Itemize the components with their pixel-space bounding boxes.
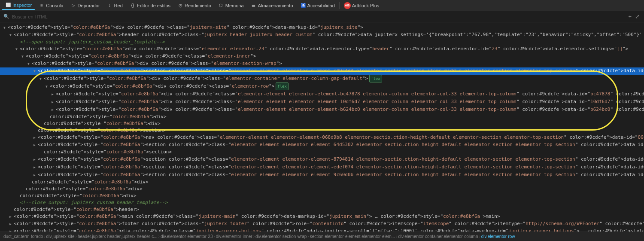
breadcrumb-separator: ›: [253, 234, 255, 239]
tree-line-17[interactable]: <color:#9cdcfe">style="color:#e8bf6a">se…: [0, 141, 644, 149]
breadcrumb-item-2[interactable]: header.jupiterx-header.jupiterx-header-c…: [78, 234, 158, 239]
tree-line-22[interactable]: color:#9cdcfe">style="color:#e8bf6a">div…: [0, 179, 644, 186]
adblock-button[interactable]: AB Adblock Plus: [340, 1, 383, 10]
toolbar-separator: [339, 2, 340, 9]
network-icon: ↕: [107, 3, 113, 9]
performance-tab[interactable]: ◷ Rendimiento: [174, 2, 215, 9]
breadcrumb-item-5[interactable]: div.elementor-section-wrap: [255, 234, 307, 239]
breadcrumb-item-4[interactable]: div.elementor-inner: [216, 234, 252, 239]
tree-line-16[interactable]: <color:#9cdcfe">style="color:#e8bf6a">na…: [0, 134, 644, 141]
line-text: <color:#9cdcfe">style="color:#e8bf6a">di…: [56, 99, 644, 104]
expand-arrow-10[interactable]: [52, 91, 56, 98]
tree-line-4[interactable]: <color:#9cdcfe">style="color:#e8bf6a">di…: [0, 46, 644, 53]
line-text: <color:#9cdcfe">style="color:#e8bf6a">na…: [38, 134, 644, 140]
expand-arrow-9[interactable]: [46, 83, 50, 90]
console-tab[interactable]: ≡ Consola: [35, 2, 67, 9]
comment-text: <!--open output: jupiterx_custom_header_…: [20, 39, 165, 45]
expand-arrow-17[interactable]: [33, 141, 38, 149]
expand-button[interactable]: +: [627, 13, 632, 20]
breadcrumb-separator: ›: [307, 234, 309, 239]
expand-arrow-27[interactable]: [9, 213, 14, 220]
accessibility-tab[interactable]: ♿ Accesibilidad: [297, 2, 338, 9]
tree-line-7[interactable]: <color:#9cdcfe">style="color:#e8bf6a">se…: [0, 67, 644, 75]
tree-line-12[interactable]: <color:#9cdcfe">style="color:#e8bf6a">di…: [0, 106, 644, 113]
tree-line-24[interactable]: color:#9cdcfe">style="color:#e8bf6a">div…: [0, 192, 644, 199]
line-text: color:#9cdcfe">style="color:#e8bf6a">div…: [32, 179, 149, 185]
storage-icon: ☰: [251, 3, 257, 9]
expand-arrow-5[interactable]: [21, 53, 26, 60]
debugger-tab[interactable]: ▷ Depurador: [67, 2, 103, 9]
inspector-label: Inspector: [12, 3, 32, 8]
inspector-icon: ⬜: [5, 2, 11, 8]
expand-arrow-1[interactable]: [3, 24, 8, 31]
line-text: color:#9cdcfe">style="color:#e8bf6a">sec…: [44, 149, 172, 155]
breadcrumb-item-3[interactable]: div.elementor-elementor-23: [161, 234, 213, 239]
expand-arrow-16[interactable]: [33, 134, 38, 141]
performance-label: Rendimiento: [185, 3, 211, 8]
tree-line-23[interactable]: color:#9cdcfe">style="color:#e8bf6a">div…: [0, 186, 644, 192]
expand-arrow-8[interactable]: [39, 75, 44, 82]
tree-line-20[interactable]: <color:#9cdcfe">style="color:#e8bf6a">se…: [0, 163, 644, 171]
tree-line-2[interactable]: <color:#9cdcfe">style="color:#e8bf6a">he…: [0, 31, 644, 39]
tree-line-11[interactable]: <color:#9cdcfe">style="color:#e8bf6a">di…: [0, 98, 644, 106]
line-text: <color:#9cdcfe">style="color:#e8bf6a">se…: [38, 68, 644, 73]
line-text: <color:#9cdcfe">style="color:#e8bf6a">se…: [38, 164, 644, 170]
tree-line-25[interactable]: <!--close output: jupiterx_custom_header…: [0, 199, 644, 206]
tree-line-14[interactable]: color:#9cdcfe">style="color:#e8bf6a">div…: [0, 120, 644, 127]
tree-line-29[interactable]: <color:#9cdcfe">style="color:#e8bf6a">di…: [0, 228, 644, 232]
badge-flex: flex: [276, 82, 289, 90]
expand-arrow-4[interactable]: [15, 46, 20, 53]
breadcrumb-item-7[interactable]: div.elementor-container.elementor-column: [398, 234, 478, 239]
memory-icon: ⬡: [218, 3, 224, 9]
style-editor-label: Editor de estilos: [137, 3, 170, 8]
tree-line-26[interactable]: color:#9cdcfe">style="color:#e8bf6a">hea…: [0, 206, 644, 213]
html-tree[interactable]: <color:#9cdcfe">style="color:#e8bf6a">di…: [0, 22, 644, 232]
tree-line-28[interactable]: <color:#9cdcfe">style="color:#e8bf6a">fo…: [0, 220, 644, 228]
breadcrumb-item-6[interactable]: section.elementor-element.elementor-elem…: [310, 234, 395, 239]
content-wrapper: <color:#9cdcfe">style="color:#e8bf6a">di…: [0, 22, 644, 232]
memory-tab[interactable]: ⬡ Memoria: [215, 2, 247, 9]
fullscreen-button[interactable]: ⤢: [634, 13, 641, 20]
tree-line-15[interactable]: color:#9cdcfe">style="color:#e8bf6a">sec…: [0, 127, 644, 134]
expand-arrow-11[interactable]: [52, 98, 56, 106]
breadcrumb-item-0[interactable]: duct_cat.term-torado: [3, 234, 43, 239]
expand-arrow-12[interactable]: [52, 106, 56, 113]
expand-arrow-20[interactable]: [33, 164, 38, 171]
storage-tab[interactable]: ☰ Almacenamiento: [247, 2, 297, 9]
inspector-tab[interactable]: ⬜ Inspector: [2, 1, 35, 10]
expand-arrow-2[interactable]: [9, 31, 14, 39]
tree-line-8[interactable]: <color:#9cdcfe">style="color:#e8bf6a">di…: [0, 75, 644, 82]
expand-arrow-19[interactable]: [33, 156, 38, 163]
tree-line-6[interactable]: <color:#9cdcfe">style="color:#e8bf6a">di…: [0, 60, 644, 67]
expand-arrow-21[interactable]: [33, 171, 38, 179]
tree-line-3[interactable]: <!--open output: jupiterx_custom_header_…: [0, 39, 644, 46]
line-text: <color:#9cdcfe">style="color:#e8bf6a">di…: [56, 107, 644, 112]
tree-line-13[interactable]: color:#9cdcfe">style="color:#e8bf6a">div…: [0, 113, 644, 120]
adblock-icon: AB: [344, 2, 351, 9]
tree-line-21[interactable]: <color:#9cdcfe">style="color:#e8bf6a">se…: [0, 171, 644, 179]
search-input[interactable]: [12, 14, 627, 19]
breadcrumb-item-8[interactable]: div.elementor-row: [481, 234, 515, 239]
line-text: <color:#9cdcfe">style="color:#e8bf6a">di…: [8, 24, 363, 30]
tree-line-19[interactable]: <color:#9cdcfe">style="color:#e8bf6a">se…: [0, 156, 644, 163]
expand-arrow-29[interactable]: [9, 228, 14, 232]
style-editor-tab[interactable]: {} Editor de estilos: [126, 2, 174, 9]
tree-line-5[interactable]: <color:#9cdcfe">style="color:#e8bf6a">di…: [0, 53, 644, 60]
tree-line-9[interactable]: <color:#9cdcfe">style="color:#e8bf6a">di…: [0, 82, 644, 90]
expand-arrow-7[interactable]: [33, 67, 38, 75]
expand-arrow-28[interactable]: [9, 220, 14, 228]
line-text: <color:#9cdcfe">style="color:#e8bf6a">di…: [20, 46, 628, 52]
debugger-label: Depurador: [78, 3, 100, 8]
accessibility-label: Accesibilidad: [307, 3, 335, 8]
expand-arrow-6[interactable]: [27, 60, 32, 67]
breadcrumb-separator: ›: [44, 234, 45, 239]
tree-line-18[interactable]: color:#9cdcfe">style="color:#e8bf6a">sec…: [0, 149, 644, 156]
tree-line-10[interactable]: <color:#9cdcfe">style="color:#e8bf6a">di…: [0, 90, 644, 98]
line-text: color:#9cdcfe">style="color:#e8bf6a">sec…: [38, 128, 166, 133]
network-tab[interactable]: ↕ Red: [103, 2, 126, 9]
tree-line-1[interactable]: <color:#9cdcfe">style="color:#e8bf6a">di…: [0, 24, 644, 31]
line-text: <color:#9cdcfe">style="color:#e8bf6a">di…: [14, 228, 644, 232]
breadcrumb-item-1[interactable]: div.jupiterx-site: [46, 234, 75, 239]
tree-line-27[interactable]: <color:#9cdcfe">style="color:#e8bf6a">ma…: [0, 213, 644, 220]
breadcrumb-bar: duct_cat.term-torado › div.jupiterx-site…: [0, 232, 644, 241]
